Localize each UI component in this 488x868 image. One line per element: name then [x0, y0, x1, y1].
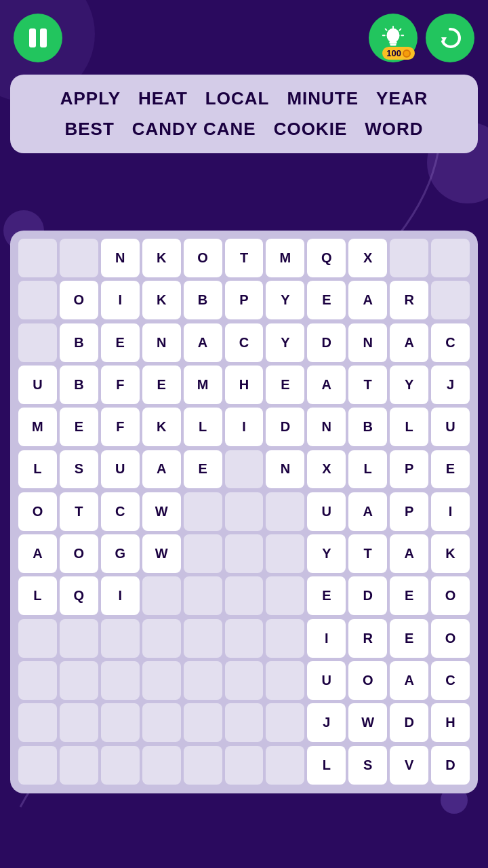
grid-cell[interactable]: N — [101, 239, 140, 277]
grid-cell[interactable]: A — [390, 323, 428, 362]
grid-cell[interactable] — [184, 492, 222, 531]
grid-cell[interactable]: K — [142, 239, 181, 277]
grid-cell[interactable]: T — [348, 366, 387, 404]
grid-cell[interactable] — [431, 239, 470, 277]
grid-cell[interactable]: K — [142, 408, 181, 446]
grid-cell[interactable]: D — [431, 746, 470, 785]
grid-cell[interactable] — [60, 661, 98, 700]
grid-cell[interactable] — [184, 576, 222, 615]
grid-cell[interactable]: L — [348, 450, 387, 489]
grid-cell[interactable] — [184, 619, 222, 658]
grid-cell[interactable] — [184, 534, 222, 573]
grid-cell[interactable]: A — [348, 492, 387, 531]
grid-cell[interactable]: A — [348, 281, 387, 319]
grid-cell[interactable]: I — [431, 492, 470, 531]
grid-cell[interactable]: Y — [266, 323, 304, 362]
grid-cell[interactable] — [266, 661, 304, 700]
grid-cell[interactable]: C — [225, 323, 264, 362]
grid-cell[interactable] — [225, 534, 264, 573]
grid-cell[interactable]: M — [266, 239, 304, 277]
grid-cell[interactable]: K — [431, 534, 470, 573]
grid-cell[interactable]: N — [348, 323, 387, 362]
grid-cell[interactable]: B — [60, 323, 98, 362]
grid-cell[interactable]: U — [307, 661, 346, 700]
grid-cell[interactable]: D — [307, 323, 346, 362]
grid-cell[interactable]: M — [184, 366, 222, 404]
grid-cell[interactable] — [18, 703, 57, 742]
grid-cell[interactable]: Q — [60, 576, 98, 615]
grid-cell[interactable]: W — [142, 492, 181, 531]
grid-cell[interactable]: E — [266, 366, 304, 404]
grid-cell[interactable] — [60, 239, 98, 277]
grid-cell[interactable]: Y — [390, 366, 428, 404]
grid-cell[interactable]: H — [431, 703, 470, 742]
grid-cell[interactable]: E — [60, 408, 98, 446]
grid-cell[interactable]: E — [101, 323, 140, 362]
grid-cell[interactable]: P — [390, 492, 428, 531]
grid-cell[interactable]: A — [390, 661, 428, 700]
grid-cell[interactable] — [225, 576, 264, 615]
grid-cell[interactable]: J — [431, 366, 470, 404]
grid-cell[interactable] — [266, 703, 304, 742]
grid-cell[interactable]: U — [18, 366, 57, 404]
grid-cell[interactable]: M — [18, 408, 57, 446]
grid-cell[interactable] — [225, 703, 264, 742]
grid-cell[interactable]: S — [60, 450, 98, 489]
grid-cell[interactable]: P — [390, 450, 428, 489]
grid-cell[interactable]: K — [142, 281, 181, 319]
grid-cell[interactable]: W — [348, 703, 387, 742]
grid-cell[interactable]: C — [431, 661, 470, 700]
grid-cell[interactable] — [225, 619, 264, 658]
grid-cell[interactable]: H — [225, 366, 264, 404]
grid-cell[interactable] — [225, 492, 264, 531]
grid-cell[interactable] — [18, 323, 57, 362]
grid-cell[interactable]: A — [18, 534, 57, 573]
grid-cell[interactable]: G — [101, 534, 140, 573]
grid-cell[interactable] — [18, 281, 57, 319]
grid-cell[interactable]: N — [142, 323, 181, 362]
grid-cell[interactable]: B — [60, 366, 98, 404]
grid-cell[interactable] — [266, 492, 304, 531]
grid-cell[interactable]: O — [60, 534, 98, 573]
grid-cell[interactable]: E — [307, 281, 346, 319]
grid-cell[interactable] — [431, 281, 470, 319]
grid-cell[interactable]: E — [390, 576, 428, 615]
grid-cell[interactable]: A — [390, 534, 428, 573]
grid-cell[interactable] — [142, 703, 181, 742]
grid-cell[interactable] — [18, 239, 57, 277]
grid-cell[interactable]: F — [101, 408, 140, 446]
grid-cell[interactable] — [142, 746, 181, 785]
grid-cell[interactable] — [142, 661, 181, 700]
grid-cell[interactable]: I — [307, 619, 346, 658]
grid-cell[interactable] — [390, 239, 428, 277]
grid-cell[interactable]: D — [390, 703, 428, 742]
grid-cell[interactable]: U — [431, 408, 470, 446]
grid-cell[interactable]: I — [101, 576, 140, 615]
grid-cell[interactable]: O — [18, 492, 57, 531]
grid-cell[interactable] — [60, 619, 98, 658]
grid-cell[interactable] — [266, 534, 304, 573]
grid-cell[interactable] — [225, 450, 264, 489]
grid-cell[interactable]: C — [101, 492, 140, 531]
grid-cell[interactable] — [184, 661, 222, 700]
grid-cell[interactable]: L — [307, 746, 346, 785]
grid-cell[interactable]: X — [307, 450, 346, 489]
grid-cell[interactable] — [101, 703, 140, 742]
grid-cell[interactable]: Q — [307, 239, 346, 277]
grid-cell[interactable] — [266, 746, 304, 785]
grid-cell[interactable] — [142, 619, 181, 658]
grid-cell[interactable]: C — [431, 323, 470, 362]
pause-button[interactable] — [14, 14, 62, 62]
grid-cell[interactable]: E — [390, 619, 428, 658]
grid-cell[interactable] — [60, 703, 98, 742]
grid-cell[interactable]: T — [60, 492, 98, 531]
grid-cell[interactable] — [225, 661, 264, 700]
grid-cell[interactable] — [184, 746, 222, 785]
grid-cell[interactable] — [18, 619, 57, 658]
grid-cell[interactable]: R — [390, 281, 428, 319]
grid-cell[interactable]: W — [142, 534, 181, 573]
grid-cell[interactable]: B — [184, 281, 222, 319]
grid-cell[interactable] — [101, 746, 140, 785]
grid-cell[interactable]: I — [225, 408, 264, 446]
grid-cell[interactable] — [225, 746, 264, 785]
